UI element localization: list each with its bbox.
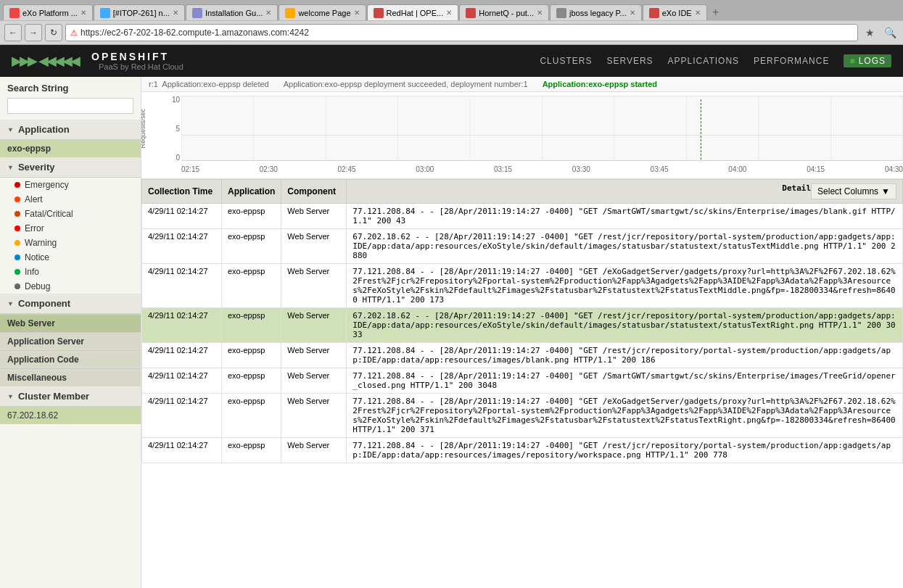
tab-installation[interactable]: Installation Gu... ✕ bbox=[186, 4, 279, 20]
tab-close-icon[interactable]: ✕ bbox=[695, 9, 701, 17]
severity-section: ▼ Severity Emergency Alert Fatal/Critica… bbox=[0, 157, 141, 294]
cell-detail: 77.121.208.84 - - [28/Apr/2011:19:14:27 … bbox=[347, 204, 903, 229]
new-tab-button[interactable]: + bbox=[708, 4, 724, 20]
sidebar-cluster-member[interactable]: 67.202.18.62 bbox=[0, 407, 141, 424]
sidebar-component-app-code[interactable]: Application Code bbox=[0, 350, 141, 368]
severity-alert[interactable]: Alert bbox=[0, 192, 141, 207]
severity-error[interactable]: Error bbox=[0, 221, 141, 236]
table-row[interactable]: 4/29/11 02:14:27 exo-eppsp Web Server 77… bbox=[142, 264, 903, 308]
tab-close-icon[interactable]: ✕ bbox=[446, 9, 452, 17]
address-bar[interactable]: ⚠ https://ec2-67-202-18-62.compute-1.ama… bbox=[65, 24, 858, 41]
severity-notice[interactable]: Notice bbox=[0, 250, 141, 265]
tab-redhat-ope[interactable]: RedHat | OPE... ✕ bbox=[367, 4, 459, 20]
table-header-row: Collection Time Application Component De… bbox=[142, 180, 903, 204]
severity-fatal[interactable]: Fatal/Critical bbox=[0, 207, 141, 221]
cell-app: exo-eppsp bbox=[222, 308, 281, 343]
sidebar-component-misc[interactable]: Miscellaneous bbox=[0, 368, 141, 386]
table-row-selected[interactable]: 4/29/11 02:14:27 exo-eppsp Web Server 67… bbox=[142, 308, 903, 343]
log-table-container[interactable]: Collection Time Application Component De… bbox=[141, 179, 903, 588]
cell-app: exo-eppsp bbox=[222, 264, 281, 308]
tab-welcome[interactable]: welcome Page ✕ bbox=[279, 4, 366, 20]
y-tick-10: 10 bbox=[172, 96, 180, 104]
back-button[interactable]: ← bbox=[4, 24, 22, 41]
nav-logs[interactable]: ■LOGS bbox=[844, 54, 891, 67]
severity-debug[interactable]: Debug bbox=[0, 279, 141, 294]
table-row[interactable]: 4/29/11 02:14:27 exo-eppsp Web Server 77… bbox=[142, 204, 903, 229]
tab-itop[interactable]: [#ITOP-261] n... ✕ bbox=[94, 4, 185, 20]
tab-close-icon[interactable]: ✕ bbox=[265, 9, 271, 17]
notice-dot-icon bbox=[15, 254, 20, 260]
tab-exo-platform[interactable]: eXo Platform ... ✕ bbox=[3, 4, 93, 20]
nav-clusters[interactable]: CLUSTERS bbox=[540, 56, 592, 66]
x-tick-0215: 02:15 bbox=[181, 165, 199, 173]
table-row[interactable]: 4/29/11 02:14:27 exo-eppsp Web Server 77… bbox=[142, 438, 903, 463]
log-table: Collection Time Application Component De… bbox=[141, 179, 903, 463]
cell-time: 4/29/11 02:14:27 bbox=[142, 204, 222, 229]
chart-body: 02:15 02:30 02:45 03:00 03:15 03:30 03:4… bbox=[181, 96, 903, 175]
col-header-app: Application bbox=[222, 180, 281, 204]
main-layout: Search String ▼ Application exo-eppsp ▼ … bbox=[0, 77, 903, 588]
tab-favicon bbox=[466, 8, 476, 18]
select-columns-button[interactable]: Select Columns ▼ bbox=[811, 183, 896, 199]
logo-subtitle: PaaS by Red Hat Cloud bbox=[99, 62, 184, 71]
cell-component: Web Server bbox=[281, 368, 347, 394]
cell-app: exo-eppsp bbox=[222, 368, 281, 394]
tab-close-icon[interactable]: ✕ bbox=[81, 9, 86, 17]
severity-info[interactable]: Info bbox=[0, 265, 141, 279]
x-tick-0345: 03:45 bbox=[651, 165, 669, 173]
severity-warning[interactable]: Warning bbox=[0, 236, 141, 250]
tab-close-icon[interactable]: ✕ bbox=[537, 9, 543, 17]
cell-component: Web Server bbox=[281, 394, 347, 438]
cluster-member-header[interactable]: ▼ Cluster Member bbox=[0, 386, 141, 407]
sidebar-component-web-server[interactable]: Web Server bbox=[0, 314, 141, 332]
search-icon[interactable]: 🔍 bbox=[881, 24, 899, 41]
tab-label: eXo IDE bbox=[662, 9, 692, 17]
chart-area: 10 5 0 Requests/sec bbox=[141, 92, 903, 179]
table-row[interactable]: 4/29/11 02:14:27 exo-eppsp Web Server 67… bbox=[142, 229, 903, 264]
tab-exo-ide[interactable]: eXo IDE ✕ bbox=[643, 4, 707, 20]
bookmark-icon[interactable]: ★ bbox=[861, 24, 878, 41]
sidebar-item-exo-eppsp[interactable]: exo-eppsp bbox=[0, 140, 141, 157]
col-header-component: Component bbox=[281, 180, 347, 204]
severity-header[interactable]: ▼ Severity bbox=[0, 157, 141, 178]
debug-dot-icon bbox=[15, 283, 20, 289]
browser-tabs: eXo Platform ... ✕ [#ITOP-261] n... ✕ In… bbox=[0, 0, 903, 20]
table-row[interactable]: 4/29/11 02:14:27 exo-eppsp Web Server 77… bbox=[142, 343, 903, 368]
refresh-button[interactable]: ↻ bbox=[45, 24, 62, 41]
table-row[interactable]: 4/29/11 02:14:27 exo-eppsp Web Server 77… bbox=[142, 368, 903, 394]
sidebar-component-app-server[interactable]: Application Server bbox=[0, 332, 141, 350]
severity-emergency[interactable]: Emergency bbox=[0, 178, 141, 192]
severity-error-label: Error bbox=[25, 223, 44, 233]
app-container: ▶▶▶ ◀◀◀◀◀ OPENSHIFT PaaS by Red Hat Clou… bbox=[0, 45, 903, 588]
fatal-dot-icon bbox=[15, 211, 20, 217]
nav-applications[interactable]: APPLICATIONS bbox=[668, 56, 739, 66]
application-header[interactable]: ▼ Application bbox=[0, 120, 141, 140]
tab-label: Installation Gu... bbox=[205, 9, 263, 17]
cell-component: Web Server bbox=[281, 308, 347, 343]
search-string-input[interactable] bbox=[7, 98, 133, 114]
severity-info-label: Info bbox=[25, 267, 39, 277]
nav-servers[interactable]: SERVERS bbox=[606, 56, 653, 66]
tab-jboss[interactable]: jboss legacy P... ✕ bbox=[550, 4, 642, 20]
nav-performance[interactable]: PERFORMANCE bbox=[754, 56, 829, 66]
application-header-label: Application bbox=[18, 124, 70, 135]
event-item-1: r:1 Application:exo-eppsp deleted bbox=[149, 80, 269, 88]
severity-notice-label: Notice bbox=[25, 252, 49, 262]
forward-button[interactable]: → bbox=[25, 24, 42, 41]
cell-detail: 77.121.208.84 - - [28/Apr/2011:19:14:27 … bbox=[347, 264, 903, 308]
tab-label: HornetQ - put... bbox=[479, 9, 534, 17]
tab-label: welcome Page bbox=[298, 9, 350, 17]
tab-close-icon[interactable]: ✕ bbox=[630, 9, 635, 17]
component-header[interactable]: ▼ Component bbox=[0, 294, 141, 314]
cell-time: 4/29/11 02:14:27 bbox=[142, 438, 222, 463]
cell-detail: 77.121.208.84 - - [28/Apr/2011:19:14:27 … bbox=[347, 438, 903, 463]
x-tick-0415: 04:15 bbox=[807, 165, 825, 173]
tab-close-icon[interactable]: ✕ bbox=[354, 9, 360, 17]
search-string-label: Search String bbox=[7, 83, 133, 94]
top-navbar: ▶▶▶ ◀◀◀◀◀ OPENSHIFT PaaS by Red Hat Clou… bbox=[0, 45, 903, 77]
tab-close-icon[interactable]: ✕ bbox=[173, 9, 178, 17]
tab-hornetq[interactable]: HornetQ - put... ✕ bbox=[459, 4, 549, 20]
cell-app: exo-eppsp bbox=[222, 229, 281, 264]
x-tick-0245: 02:45 bbox=[338, 165, 356, 173]
table-row[interactable]: 4/29/11 02:14:27 exo-eppsp Web Server 77… bbox=[142, 394, 903, 438]
